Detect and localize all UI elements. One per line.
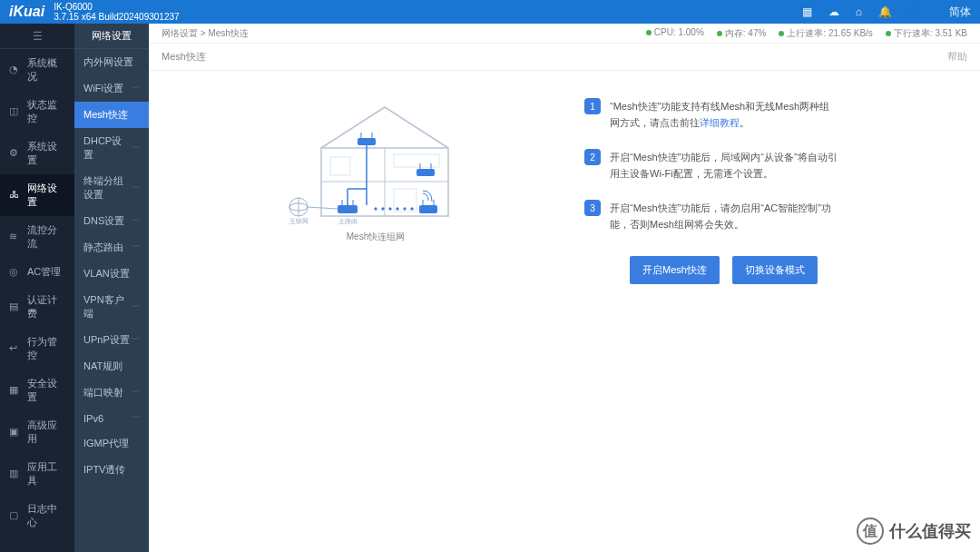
sidebar-item-auth[interactable]: ▤认证计费 [0,286,74,328]
sidebar2-item-label: VPN客户端 [83,293,132,320]
sidebar2-item-label: 端口映射 [83,386,123,399]
svg-point-25 [404,208,406,210]
sidebar2-item[interactable]: 终端分组设置﹀ [74,168,149,208]
gear-icon: ⚙ [9,147,22,160]
sidebar2-item[interactable]: VPN客户端﹀ [74,287,149,327]
sidebar-item-label: 行为管控 [27,335,65,362]
sidebar-item-security[interactable]: ▦安全设置 [0,370,74,411]
watermark: 值 什么值得买 [857,518,971,545]
sidebar-item-system[interactable]: ⚙系统设置 [0,133,74,174]
sidebar-item-logs[interactable]: ▢日志中心 [0,495,74,537]
grid-icon[interactable]: ▦ [802,5,812,18]
brand-logo: iKuai [9,4,44,20]
switch-mode-button[interactable]: 切换设备模式 [732,256,818,284]
upspeed-stat: 上行速率: 21.65 KB/s [779,27,872,40]
ac-icon: ◎ [9,266,22,279]
sidebar2-item[interactable]: 端口映射﹀ [74,380,149,406]
cloud-icon[interactable]: ☁ [828,5,839,18]
step-number: 2 [584,149,601,165]
step-item: 1“Mesh快连”功能支持有线Mesh和无线Mesh两种组网方式，请点击前往详细… [584,98,838,131]
collapse-toggle[interactable]: ☰ [0,24,74,49]
sidebar2-item[interactable]: WiFi设置﹀ [74,75,149,102]
page-title: Mesh快连 [162,50,206,64]
home-icon[interactable]: ⌂ [856,5,862,18]
sidebar2-item-label: IPv6 [83,413,103,424]
system-stats: CPU: 1.00% 内存: 47% 上行速率: 21.65 KB/s 下行速率… [646,27,967,40]
svg-line-30 [308,207,338,209]
user-icon[interactable]: 👤 [908,5,922,18]
primary-sidebar: ☰ ◔系统概况 ◫状态监控 ⚙系统设置 🖧网络设置 ≋流控分流 ◎AC管理 ▤认… [0,24,74,552]
watermark-logo: 值 [857,518,884,545]
chevron-down-icon: ﹀ [132,387,140,399]
main-router-label: 主路由 [338,218,358,224]
sidebar2-item[interactable]: DNS设置﹀ [74,208,149,234]
svg-rect-12 [416,169,435,176]
breadcrumb-lvl1[interactable]: 网络设置 [162,28,198,38]
sidebar-item-network[interactable]: 🖧网络设置 [0,174,74,216]
advanced-icon: ▣ [9,426,22,439]
sidebar2-item-label: UPnP设置 [83,333,130,347]
watermark-text: 什么值得买 [889,520,971,542]
sidebar-item-behavior[interactable]: ↩行为管控 [0,328,74,370]
sidebar-item-tools[interactable]: ▥应用工具 [0,453,74,495]
bell-icon[interactable]: 🔔 [878,5,892,18]
sidebar2-item[interactable]: DHCP设置﹀ [74,128,149,168]
behavior-icon: ↩ [9,342,22,355]
sidebar2-item[interactable]: IPTV透传 [74,457,149,483]
svg-rect-3 [330,157,350,175]
chevron-down-icon: ﹀ [132,143,140,154]
secondary-sidebar: 网络设置 内外网设置WiFi设置﹀Mesh快连DHCP设置﹀终端分组设置﹀DNS… [74,24,149,552]
sidebar-item-ac[interactable]: ◎AC管理 [0,258,74,286]
downspeed-stat: 下行速率: 3.51 KB [886,27,967,40]
sidebar2-item-label: IGMP代理 [83,437,129,450]
breadcrumb-lvl2: Mesh快连 [208,28,248,38]
help-link[interactable]: 帮助 [947,50,967,64]
cpu-stat: CPU: 1.00% [646,27,704,40]
step-item: 2开启“Mesh快连”功能后，局域网内“从设备”将自动引用主设备Wi-Fi配置，… [584,149,838,182]
sidebar2-item[interactable]: IPv6﹀ [74,406,149,430]
mem-stat: 内存: 47% [717,27,767,40]
house-diagram-svg: 互联网 主路由 [276,98,475,225]
sidebar-item-label: AC管理 [27,265,61,279]
step-number: 1 [584,98,601,114]
enable-mesh-button[interactable]: 开启Mesh快连 [630,256,720,284]
tutorial-link[interactable]: 详细教程 [700,117,740,128]
breadcrumb-sep: > [201,28,206,38]
sidebar-item-label: 状态监控 [27,98,65,125]
sidebar2-item[interactable]: 内外网设置 [74,49,149,75]
network-icon: 🖧 [9,189,22,202]
sidebar-item-advanced[interactable]: ▣高级应用 [0,411,74,453]
sidebar-item-flowcontrol[interactable]: ≋流控分流 [0,216,74,258]
sidebar-item-overview[interactable]: ◔系统概况 [0,49,74,91]
chevron-down-icon: ﹀ [132,301,140,313]
svg-rect-6 [358,138,376,145]
sidebar2-item[interactable]: 静态路由﹀ [74,234,149,261]
sidebar-item-label: 网络设置 [27,182,65,209]
sidebar2-item-label: 内外网设置 [83,55,133,69]
sidebar2-item[interactable]: VLAN设置 [74,261,149,287]
sidebar2-item-label: 终端分组设置 [83,174,132,202]
svg-rect-4 [394,154,439,167]
sidebar2-item[interactable]: NAT规则 [74,353,149,380]
chevron-down-icon: ﹀ [132,242,140,253]
flow-icon: ≋ [9,231,22,243]
language-selector[interactable]: 简体 [949,5,971,20]
sidebar-item-status[interactable]: ◫状态监控 [0,91,74,133]
status-bar: 网络设置 > Mesh快连 CPU: 1.00% 内存: 47% 上行速率: 2… [149,24,980,44]
sidebar2-item[interactable]: IGMP代理 [74,430,149,457]
svg-point-22 [382,208,384,210]
cpu-dot-icon [646,30,652,35]
chevron-down-icon: ﹀ [132,182,140,194]
step-text: “Mesh快连”功能支持有线Mesh和无线Mesh两种组网方式，请点击前往详细教… [610,99,838,131]
sidebar-item-label: 日志中心 [27,502,65,529]
sidebar2-item-label: VLAN设置 [83,267,130,281]
router-top-icon [358,133,376,145]
svg-point-23 [389,208,391,210]
chevron-down-icon: ﹀ [132,412,140,424]
sidebar2-item[interactable]: UPnP设置﹀ [74,327,149,353]
mesh-diagram: 互联网 主路由 Mesh快连组网 [203,98,548,525]
sidebar2-item[interactable]: Mesh快连 [74,102,149,128]
chevron-down-icon: ﹀ [132,334,140,346]
diagram-caption: Mesh快连组网 [203,231,548,243]
router-right-icon [416,163,435,176]
